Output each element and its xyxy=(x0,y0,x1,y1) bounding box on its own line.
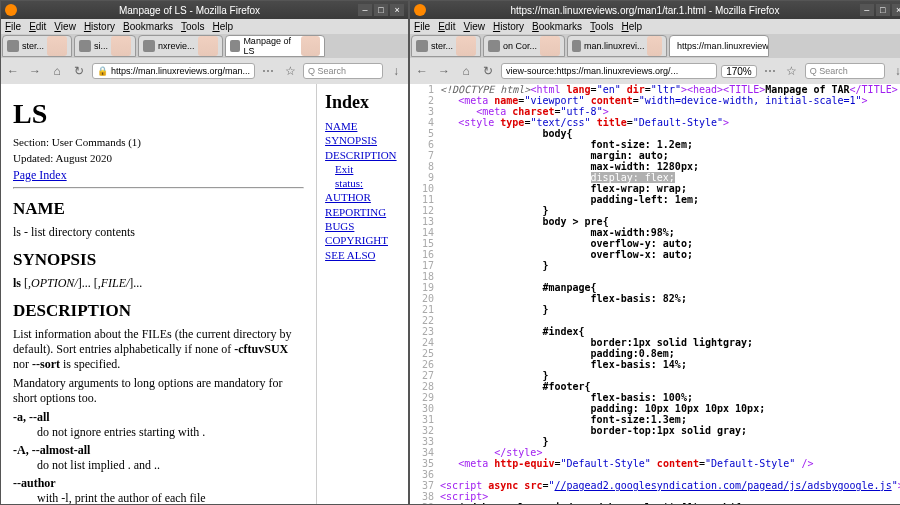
source-line[interactable]: 19 #manpage{ xyxy=(410,282,900,293)
option-term: -a, --all xyxy=(13,410,304,425)
source-line[interactable]: 27 } xyxy=(410,370,900,381)
minimize-button[interactable]: – xyxy=(860,4,874,16)
source-line[interactable]: 26 flex-basis: 14%; xyxy=(410,359,900,370)
source-line[interactable]: 20 flex-basis: 82%; xyxy=(410,293,900,304)
source-line[interactable]: 7 margin: auto; xyxy=(410,150,900,161)
download-icon[interactable]: ↓ xyxy=(889,62,900,80)
menu-edit[interactable]: Edit xyxy=(438,21,455,32)
source-line[interactable]: 12 } xyxy=(410,205,900,216)
tab[interactable]: si... xyxy=(74,35,136,57)
index-link[interactable]: DESCRIPTION xyxy=(325,148,400,162)
menu-bookmarks[interactable]: Bookmarks xyxy=(123,21,173,32)
back-button[interactable]: ← xyxy=(413,62,431,80)
source-line[interactable]: 21 } xyxy=(410,304,900,315)
source-line[interactable]: 37<script async src="//pagead2.googlesyn… xyxy=(410,480,900,491)
search-input[interactable]: Q Search xyxy=(303,63,383,79)
menu-tools[interactable]: Tools xyxy=(181,21,204,32)
source-line[interactable]: 36 xyxy=(410,469,900,480)
source-line[interactable]: 10 flex-wrap: wrap; xyxy=(410,183,900,194)
close-button[interactable]: × xyxy=(390,4,404,16)
index-link[interactable]: REPORTING BUGS xyxy=(325,205,400,234)
menu-bookmarks[interactable]: Bookmarks xyxy=(532,21,582,32)
source-line[interactable]: 3 <meta charset="utf-8"> xyxy=(410,106,900,117)
menu-history[interactable]: History xyxy=(84,21,115,32)
source-line[interactable]: 32 border-top:1px solid gray; xyxy=(410,425,900,436)
menu-file[interactable]: File xyxy=(5,21,21,32)
source-line[interactable]: 31 font-size:1.3em; xyxy=(410,414,900,425)
source-line[interactable]: 22 xyxy=(410,315,900,326)
index-link[interactable]: SEE ALSO xyxy=(325,248,400,262)
index-link[interactable]: SYNOPSIS xyxy=(325,133,400,147)
tab[interactable]: Manpage of LS xyxy=(225,35,325,57)
page-index-link[interactable]: Page Index xyxy=(13,168,67,182)
forward-button[interactable]: → xyxy=(435,62,453,80)
menu-view[interactable]: View xyxy=(54,21,76,32)
source-line[interactable]: 25 padding:0.8em; xyxy=(410,348,900,359)
source-line[interactable]: 39 (adsbygoogle = window.adsbygoogle || … xyxy=(410,502,900,504)
source-line[interactable]: 16 overflow-x: auto; xyxy=(410,249,900,260)
source-line[interactable]: 8 max-width: 1280px; xyxy=(410,161,900,172)
index-link[interactable]: status: xyxy=(335,176,400,190)
source-line[interactable]: 9 display: flex; xyxy=(410,172,900,183)
source-line[interactable]: 17 } xyxy=(410,260,900,271)
star-button[interactable]: ☆ xyxy=(783,62,801,80)
source-line[interactable]: 24 border:1px solid lightgray; xyxy=(410,337,900,348)
source-line[interactable]: 38<script> xyxy=(410,491,900,502)
url-input[interactable]: 🔒https://man.linuxreviews.org/man... xyxy=(92,63,255,79)
menu-view[interactable]: View xyxy=(463,21,485,32)
source-line[interactable]: 14 max-width:98%; xyxy=(410,227,900,238)
index-link[interactable]: NAME xyxy=(325,119,400,133)
star-button[interactable]: ☆ xyxy=(281,62,299,80)
home-button[interactable]: ⌂ xyxy=(457,62,475,80)
more-button[interactable]: ⋯ xyxy=(259,62,277,80)
tab[interactable]: https://man.linuxreviews.org/... xyxy=(669,35,769,57)
source-line[interactable]: 11 padding-left: 1em; xyxy=(410,194,900,205)
maximize-button[interactable]: □ xyxy=(876,4,890,16)
source-line[interactable]: 33 } xyxy=(410,436,900,447)
index-link[interactable]: Exit xyxy=(335,162,400,176)
right-titlebar[interactable]: https://man.linuxreviews.org/man1/tar.1.… xyxy=(410,1,900,19)
source-line[interactable]: 29 flex-basis: 100%; xyxy=(410,392,900,403)
menu-edit[interactable]: Edit xyxy=(29,21,46,32)
reload-button[interactable]: ↻ xyxy=(70,62,88,80)
menu-history[interactable]: History xyxy=(493,21,524,32)
menu-help[interactable]: Help xyxy=(212,21,233,32)
url-input[interactable]: view-source:https://man.linuxreviews.org… xyxy=(501,63,717,79)
left-titlebar[interactable]: Manpage of LS - Mozilla Firefox – □ × xyxy=(1,1,408,19)
source-line[interactable]: 5 body{ xyxy=(410,128,900,139)
zoom-level[interactable]: 170% xyxy=(721,65,757,78)
tab[interactable]: ster... xyxy=(411,35,481,57)
source-line[interactable]: 23 #index{ xyxy=(410,326,900,337)
source-line[interactable]: 30 padding: 10px 10px 10px 10px; xyxy=(410,403,900,414)
source-line[interactable]: 6 font-size: 1.2em; xyxy=(410,139,900,150)
maximize-button[interactable]: □ xyxy=(374,4,388,16)
forward-button[interactable]: → xyxy=(26,62,44,80)
source-view[interactable]: 1<!DOCTYPE html><html lang="en" dir="ltr… xyxy=(410,84,900,504)
reload-button[interactable]: ↻ xyxy=(479,62,497,80)
download-icon[interactable]: ↓ xyxy=(387,62,405,80)
tab[interactable]: man.linuxrevi... xyxy=(567,35,667,57)
back-button[interactable]: ← xyxy=(4,62,22,80)
source-line[interactable]: 4 <style type="text/css" title="Default-… xyxy=(410,117,900,128)
more-button[interactable]: ⋯ xyxy=(761,62,779,80)
tab[interactable]: on Cor... xyxy=(483,35,565,57)
source-line[interactable]: 35 <meta http-equiv="Default-Style" cont… xyxy=(410,458,900,469)
tab[interactable]: nxrevie... xyxy=(138,35,223,57)
source-line[interactable]: 34 </style> xyxy=(410,447,900,458)
source-line[interactable]: 28 #footer{ xyxy=(410,381,900,392)
search-input[interactable]: Q Search xyxy=(805,63,885,79)
home-button[interactable]: ⌂ xyxy=(48,62,66,80)
menu-tools[interactable]: Tools xyxy=(590,21,613,32)
menu-file[interactable]: File xyxy=(414,21,430,32)
source-line[interactable]: 15 overflow-y: auto; xyxy=(410,238,900,249)
menu-help[interactable]: Help xyxy=(621,21,642,32)
minimize-button[interactable]: – xyxy=(358,4,372,16)
close-button[interactable]: × xyxy=(892,4,900,16)
source-line[interactable]: 13 body > pre{ xyxy=(410,216,900,227)
source-line[interactable]: 18 xyxy=(410,271,900,282)
source-line[interactable]: 2 <meta name="viewport" content="width=d… xyxy=(410,95,900,106)
source-line[interactable]: 1<!DOCTYPE html><html lang="en" dir="ltr… xyxy=(410,84,900,95)
tab[interactable]: ster... xyxy=(2,35,72,57)
index-link[interactable]: AUTHOR xyxy=(325,190,400,204)
index-link[interactable]: COPYRIGHT xyxy=(325,233,400,247)
